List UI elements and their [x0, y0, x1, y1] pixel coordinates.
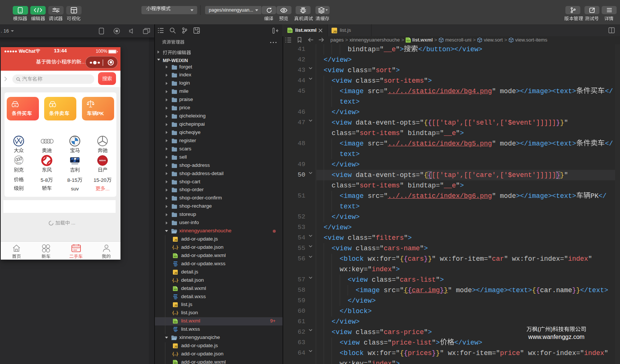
svg-text:<>: <>	[288, 30, 291, 32]
svg-text:<>: <>	[174, 321, 177, 323]
svg-text:JS: JS	[174, 272, 177, 274]
svg-text:<>: <>	[174, 361, 177, 364]
svg-text:BUICK: BUICK	[16, 162, 21, 164]
svg-text:JS: JS	[174, 304, 177, 307]
svg-text:NISSAN: NISSAN	[99, 160, 106, 162]
svg-text:JS: JS	[174, 239, 177, 241]
svg-text:JS: JS	[333, 30, 337, 33]
svg-text:<>: <>	[407, 39, 410, 42]
svg-text:<>: <>	[174, 255, 177, 257]
svg-text:BMW: BMW	[73, 136, 77, 138]
svg-text:JS: JS	[174, 345, 177, 348]
svg-text:<>: <>	[174, 288, 177, 290]
